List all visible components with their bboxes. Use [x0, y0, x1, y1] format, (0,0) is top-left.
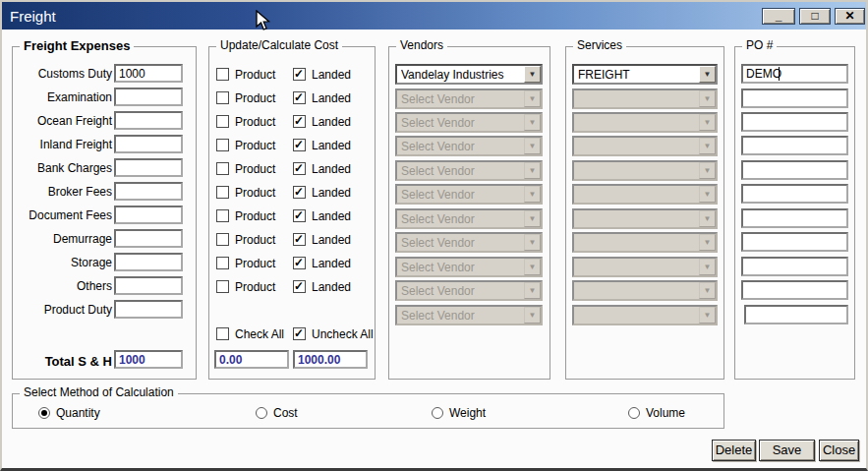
po-input-6[interactable]	[741, 184, 848, 204]
minimize-icon: _	[776, 9, 782, 23]
close-button[interactable]: Close	[819, 440, 859, 461]
chevron-down-icon: ▼	[524, 307, 541, 324]
maximize-button[interactable]: □	[799, 8, 831, 25]
product-checkbox-9[interactable]	[216, 257, 229, 269]
window-titlebar[interactable]: Freight	[2, 2, 866, 29]
po-input-7[interactable]	[741, 208, 848, 228]
radio-volume[interactable]	[628, 407, 640, 419]
product-checkbox-8[interactable]	[216, 233, 229, 246]
po-input-11[interactable]	[744, 305, 848, 324]
product-total-field[interactable]	[214, 350, 289, 369]
product-checkbox-3[interactable]	[216, 115, 229, 128]
radio-cost[interactable]	[256, 407, 267, 419]
product-checkbox-10[interactable]	[216, 280, 229, 293]
input-bank-charges[interactable]	[114, 158, 183, 177]
check-all-checkbox[interactable]	[216, 327, 229, 340]
landed-checkbox-5[interactable]	[293, 162, 306, 175]
product-checkbox-2[interactable]	[216, 91, 229, 104]
product-checkbox-1[interactable]	[216, 68, 229, 81]
input-product-duty[interactable]	[114, 300, 183, 319]
landed-checkbox-8-label: Landed	[312, 233, 351, 247]
delete-button[interactable]: Delete	[712, 440, 756, 461]
group-vendors-title: Vendors	[396, 39, 447, 52]
input-ocean-freight[interactable]	[114, 111, 183, 130]
service-combo-4: ▼	[572, 136, 718, 156]
landed-total-field[interactable]	[293, 350, 368, 369]
landed-checkbox-6[interactable]	[293, 186, 306, 199]
input-document-fees[interactable]	[114, 206, 183, 224]
minimize-button[interactable]: _	[762, 8, 795, 25]
vendor-combo-1[interactable]: Vandelay Industries▼	[395, 64, 543, 85]
service-combo-11: ▼	[572, 305, 718, 325]
vendor-combo-4-value: Select Vendor	[401, 140, 522, 153]
label-storage: Storage	[18, 256, 112, 270]
chevron-down-icon: ▼	[699, 186, 716, 203]
label-others: Others	[18, 279, 112, 294]
input-customs-duty[interactable]	[114, 64, 183, 83]
product-checkbox-7-label: Product	[235, 209, 275, 223]
product-checkbox-4[interactable]	[216, 139, 229, 151]
landed-checkbox-7[interactable]	[293, 209, 306, 222]
input-inland-freight[interactable]	[114, 135, 183, 153]
input-broker-fees[interactable]	[114, 182, 183, 201]
po-input-1[interactable]	[741, 64, 848, 84]
product-checkbox-6[interactable]	[216, 186, 229, 199]
chevron-down-icon: ▼	[699, 90, 716, 107]
product-checkbox-7[interactable]	[216, 209, 229, 222]
product-checkbox-5[interactable]	[216, 162, 229, 175]
landed-checkbox-9[interactable]	[293, 257, 306, 269]
chevron-down-icon: ▼	[524, 234, 541, 251]
input-examination[interactable]	[114, 88, 183, 106]
service-combo-7: ▼	[572, 208, 718, 229]
vendor-combo-10: Select Vendor▼	[395, 280, 543, 301]
landed-checkbox-4[interactable]	[293, 139, 306, 151]
input-demurrage[interactable]	[114, 229, 183, 248]
service-combo-10: ▼	[572, 280, 718, 301]
input-storage[interactable]	[114, 253, 183, 271]
chevron-down-icon: ▼	[699, 259, 716, 275]
product-checkbox-3-label: Product	[235, 115, 275, 129]
chevron-down-icon: ▼	[699, 307, 716, 324]
vendor-combo-2: Select Vendor▼	[395, 88, 543, 109]
radio-quantity[interactable]	[38, 407, 50, 419]
product-checkbox-6-label: Product	[235, 186, 275, 200]
vendor-combo-3-value: Select Vendor	[401, 116, 522, 130]
landed-checkbox-2[interactable]	[293, 91, 306, 104]
chevron-down-icon: ▼	[699, 66, 716, 83]
vendor-combo-11: Select Vendor▼	[395, 305, 543, 325]
po-input-10[interactable]	[741, 280, 848, 300]
product-checkbox-10-label: Product	[235, 280, 275, 294]
input-others[interactable]	[114, 276, 183, 295]
vendor-combo-1-value: Vandelay Industries	[401, 68, 522, 82]
vendor-combo-3: Select Vendor▼	[395, 112, 543, 133]
landed-checkbox-8[interactable]	[293, 233, 306, 246]
landed-checkbox-3[interactable]	[293, 115, 306, 128]
uncheck-all-checkbox[interactable]	[293, 327, 306, 340]
po-input-3[interactable]	[741, 112, 848, 132]
service-combo-1[interactable]: FREIGHT▼	[572, 64, 718, 85]
titlebar-close-button[interactable]: ✕	[835, 8, 865, 25]
product-checkbox-2-label: Product	[235, 91, 275, 105]
landed-checkbox-10-label: Landed	[312, 280, 351, 294]
chevron-down-icon: ▼	[524, 66, 541, 83]
text-caret	[779, 67, 780, 81]
landed-checkbox-3-label: Landed	[312, 115, 351, 129]
input-total-sh[interactable]	[114, 350, 183, 369]
service-combo-9: ▼	[572, 257, 718, 277]
radio-weight[interactable]	[432, 407, 443, 419]
po-input-8[interactable]	[741, 232, 848, 252]
po-input-9[interactable]	[741, 257, 848, 276]
save-button[interactable]: Save	[759, 440, 815, 461]
product-checkbox-1-label: Product	[235, 68, 275, 82]
landed-checkbox-1[interactable]	[293, 68, 306, 81]
po-input-5[interactable]	[741, 160, 848, 180]
radio-cost-label: Cost	[273, 406, 298, 420]
po-input-2[interactable]	[741, 88, 848, 108]
label-document-fees: Document Fees	[18, 208, 112, 223]
landed-checkbox-10[interactable]	[293, 280, 306, 293]
group-calculation-method-title: Select Method of Calculation	[20, 386, 178, 399]
chevron-down-icon: ▼	[524, 186, 541, 203]
chevron-down-icon: ▼	[699, 210, 716, 227]
po-input-4[interactable]	[741, 136, 848, 155]
radio-quantity-label: Quantity	[56, 406, 100, 420]
